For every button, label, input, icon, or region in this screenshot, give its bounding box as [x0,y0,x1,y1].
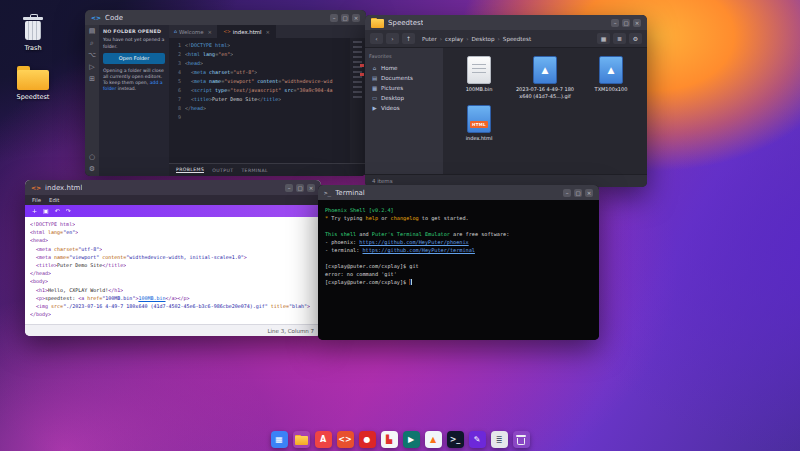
app-center-icon[interactable]: A [315,431,332,448]
launcher-icon[interactable]: ▦ [271,431,288,448]
code-editor[interactable]: 1<!DOCTYPE html>2<html lang="en">3<head>… [169,38,350,163]
no-folder-header[interactable]: NO FOLDER OPENED [103,29,165,35]
files-icon[interactable] [293,431,310,448]
file-item[interactable]: 100MB.bin [447,56,511,99]
sidebar-item-pictures[interactable]: ▦Pictures [369,83,439,93]
vlc-icon[interactable]: ▲ [425,431,442,448]
toolbar-right-icons: ▦≣⚙ [597,33,642,44]
minimize-button[interactable]: – [611,19,619,27]
window-title: Code [105,14,123,22]
sidebar-item-label: Documents [381,75,413,81]
close-tab-icon[interactable]: × [208,29,213,35]
save-icon[interactable]: ▣ [43,208,49,214]
extensions-icon[interactable]: ⊞ [89,76,95,83]
panel-tab-bar: PROBLEMSOUTPUTTERMINAL [169,163,366,176]
open-folder-button[interactable]: Open Folder [103,53,165,64]
account-icon[interactable]: ○ [89,154,95,161]
code-icon[interactable]: <> [337,431,354,448]
window-title: index.html [45,184,82,192]
file-name: TXM100x100 [593,86,630,93]
search-icon[interactable]: ⌕ [90,40,94,47]
file-item[interactable]: ▲2023-07-16 4-49-7 180x640 (41d7-45...).… [513,56,577,99]
line-number: 3 [169,59,181,68]
run-debug-icon[interactable]: ▷ [89,64,94,71]
grid-view-icon[interactable]: ▦ [597,33,610,44]
new-file-icon[interactable]: + [32,208,37,214]
desktop-icon: ▭ [371,95,378,101]
player-icon[interactable]: ▶ [403,431,420,448]
vscode-titlebar[interactable]: <> Code –▢× [85,10,366,25]
sidebar-item-documents[interactable]: ▤Documents [369,73,439,83]
settings-gear-icon[interactable]: ⚙ [629,33,642,44]
line-number: 6 [169,86,181,95]
folder-icon [17,66,49,90]
code-editor[interactable]: <!DOCTYPE html><html lang="en"><head> <m… [25,217,321,324]
editor-titlebar[interactable]: <> index.html –▢× [25,180,321,195]
taskbar: ▦A<>●▙▶▲>_✎≣ [0,431,800,448]
desktop-icon-speedtest[interactable]: Speedtest [4,66,62,101]
close-button[interactable]: × [352,14,360,22]
sidebar-item-desktop[interactable]: ▭Desktop [369,93,439,103]
recorder-icon[interactable]: ● [359,431,376,448]
taskbar-trash-icon[interactable] [513,431,530,448]
maximize-button[interactable]: ▢ [341,14,349,22]
explorer-icon[interactable]: ▤ [89,28,96,35]
videos-icon: ▶ [371,105,378,111]
html-file-icon: <> [31,185,41,191]
forward-icon[interactable]: › [386,33,399,44]
terminal-icon[interactable]: >_ [447,431,464,448]
source-control-icon[interactable]: ⌥ [88,52,96,59]
panel-tab-problems[interactable]: PROBLEMS [176,167,204,173]
maximize-button[interactable]: ▢ [296,184,304,192]
sidebar-item-videos[interactable]: ▶Videos [369,103,439,113]
minimize-button[interactable]: – [285,184,293,192]
up-icon[interactable]: ↑ [402,33,415,44]
minimize-button[interactable]: – [330,14,338,22]
close-button[interactable]: × [633,19,641,27]
editor-window: <> index.html –▢× FileEdit +▣↶↷ <!DOCTYP… [25,180,321,336]
sidebar-note-text: instead. [118,86,136,91]
redo-icon[interactable]: ↷ [66,208,71,214]
undo-icon[interactable]: ↶ [55,208,60,214]
panel-tab-terminal[interactable]: TERMINAL [241,168,268,173]
status-bar: Line 3, Column 7 [25,324,321,336]
file-manager-titlebar[interactable]: Speedtest –▢× [365,15,647,30]
close-button[interactable]: × [585,189,593,197]
draw-icon[interactable]: ✎ [469,431,486,448]
minimize-button[interactable]: – [563,189,571,197]
file-type-icon: <> [223,29,231,34]
list-view-icon[interactable]: ≣ [613,33,626,44]
sidebar-item-home[interactable]: ⌂Home [369,63,439,73]
file-item[interactable]: HTMLindex.html [447,105,511,142]
line-number: 1 [169,41,181,50]
back-icon[interactable]: ‹ [370,33,383,44]
window-controls: –▢× [611,19,641,27]
maximize-button[interactable]: ▢ [622,19,630,27]
menu-edit[interactable]: Edit [49,197,59,203]
breadcrumb-cxplay[interactable]: cxplay [445,36,463,42]
editor-icon[interactable]: ≣ [491,431,508,448]
favorites-sidebar: Favorites ⌂Home▤Documents▦Pictures▭Deskt… [365,48,443,174]
desktop-icon-trash[interactable]: Trash [4,14,62,52]
breadcrumb-speedtest[interactable]: Speedtest [503,36,531,42]
panel-tab-output[interactable]: OUTPUT [212,168,233,173]
menu-file[interactable]: File [32,197,41,203]
settings-gear-icon[interactable]: ⚙ [89,166,95,173]
terminal-titlebar[interactable]: >_ Terminal –▢× [318,185,599,200]
file-item[interactable]: ▲TXM100x100 [579,56,643,99]
minimap[interactable] [350,38,366,163]
maximize-button[interactable]: ▢ [574,189,582,197]
pdf-icon[interactable]: ▙ [381,431,398,448]
tab-welcome[interactable]: ⌂Welcome× [169,25,218,38]
window-controls: –▢× [330,14,360,22]
file-type-icon: ⌂ [174,29,177,34]
close-tab-icon[interactable]: × [266,29,271,35]
terminal-window: >_ Terminal –▢× Phoenix Shell [v0.2.4]* … [318,185,599,340]
editor-toolbar: +▣↶↷ [25,205,321,217]
tab-index.html[interactable]: <>index.html× [218,25,276,38]
terminal-output[interactable]: Phoenix Shell [v0.2.4]* Try typing help … [318,200,599,340]
breadcrumb-puter[interactable]: Puter [422,36,437,42]
desktop-icon-label: Trash [24,44,41,52]
close-button[interactable]: × [307,184,315,192]
breadcrumb-desktop[interactable]: Desktop [472,36,495,42]
